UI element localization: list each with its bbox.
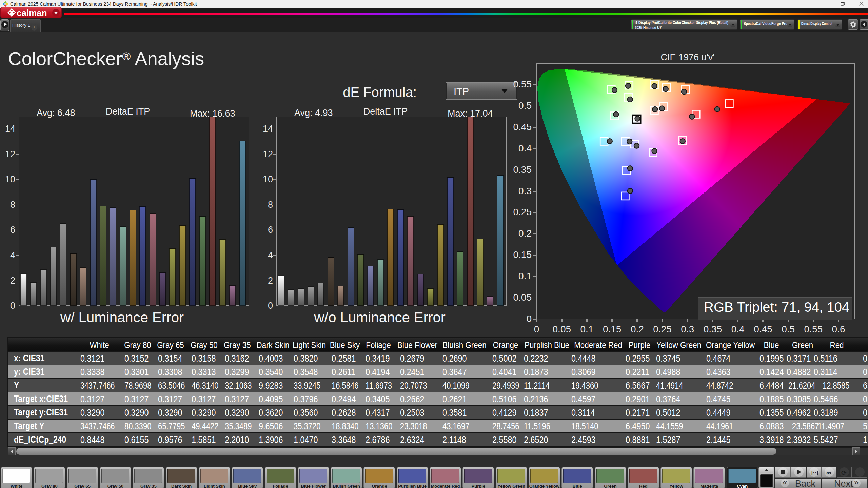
svg-text:calman: calman bbox=[17, 8, 47, 18]
